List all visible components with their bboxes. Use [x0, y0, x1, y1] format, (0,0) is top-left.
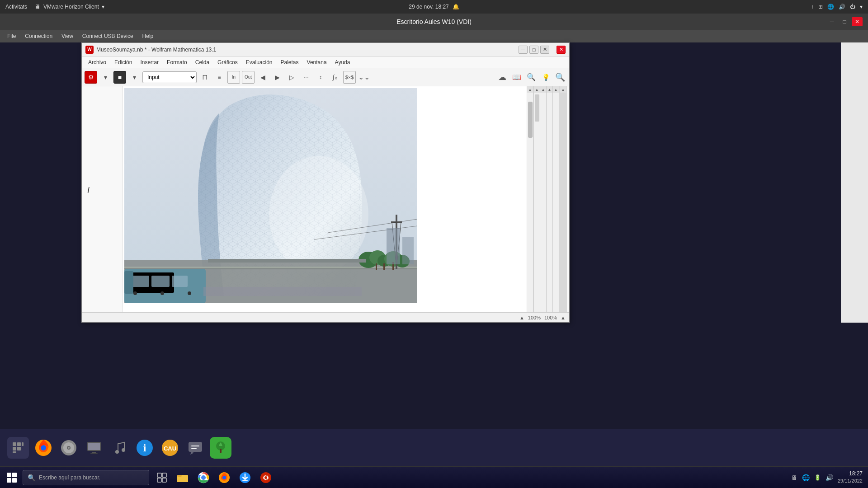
scroll-up-arrow-4[interactable]: ▲: [547, 86, 553, 93]
firefox-dock-icon: [34, 439, 52, 457]
next-cell-icon[interactable]: ▶: [271, 71, 283, 84]
settings-toolbar-btn[interactable]: ⚙: [85, 71, 97, 84]
tray-monitor-icon[interactable]: 🖥: [791, 474, 797, 481]
scroll-up-arrow[interactable]: ▲: [527, 86, 533, 93]
math-minimize-btn[interactable]: ─: [519, 46, 528, 54]
svg-rect-47: [162, 478, 166, 482]
math-menu-insertar[interactable]: Insertar: [137, 58, 162, 66]
settings-dropdown-btn[interactable]: ▾: [99, 71, 112, 84]
math-menu-ayuda[interactable]: Ayuda: [331, 58, 354, 66]
math-menu-edicion[interactable]: Edición: [111, 58, 136, 66]
tray-volume-icon[interactable]: 🔊: [826, 474, 833, 481]
start-button[interactable]: [2, 468, 22, 488]
firefox-taskbar-btn[interactable]: [214, 468, 234, 488]
scroll-up-arrow-3[interactable]: ▲: [540, 86, 547, 93]
svg-rect-61: [17, 442, 21, 446]
display-dock-btn[interactable]: [83, 437, 105, 459]
scrollbar-thumb-v[interactable]: [528, 102, 533, 138]
cell-bracket-icon[interactable]: ⊓: [198, 71, 211, 84]
vmware-menu-view[interactable]: View: [58, 32, 77, 40]
chrome-taskbar-btn[interactable]: [193, 468, 213, 488]
info-dock-btn[interactable]: i: [134, 437, 156, 459]
search-icon-taskbar: 🔍: [28, 474, 35, 481]
scroll-up-arrow-6[interactable]: ▲: [560, 86, 566, 93]
vmware-dropdown-icon[interactable]: ▾: [102, 4, 104, 10]
taskbar-search[interactable]: 🔍 Escribe aquí para buscar.: [23, 470, 149, 485]
math-menu-archivo[interactable]: Archivo: [85, 58, 110, 66]
file-explorer-taskbar-btn[interactable]: [173, 468, 193, 488]
cloud-upload-icon[interactable]: ☁: [496, 71, 509, 84]
svg-rect-39: [203, 287, 362, 296]
math-menu-celda[interactable]: Celda: [192, 58, 213, 66]
input-style-select[interactable]: Input Output Text Title Section: [142, 71, 197, 83]
wolfram-logo-icon: W: [85, 46, 94, 54]
notebook-scrollbar-v[interactable]: ▲ ▼: [527, 86, 533, 322]
dollar-s-icon[interactable]: $×$: [343, 71, 356, 84]
math-menu-bar: Archivo Edición Insertar Formato Celda G…: [82, 56, 569, 68]
vmware-menu-file[interactable]: File: [4, 32, 19, 40]
notification-bell-icon[interactable]: 🔔: [453, 4, 459, 10]
green-app-dock-btn[interactable]: [210, 437, 231, 459]
vmware-menu-help[interactable]: Help: [139, 32, 157, 40]
activities-label[interactable]: Activitats: [5, 4, 27, 10]
vmware-menu-usb[interactable]: Connect USB Device: [79, 32, 137, 40]
taskview-btn[interactable]: [152, 468, 172, 488]
taskbar-clock[interactable]: 18:27 29/11/2022: [838, 470, 863, 484]
vmware-close-btn[interactable]: ✕: [852, 17, 863, 26]
network-expand-icon[interactable]: ⊞: [818, 4, 823, 10]
gear-app-taskbar-btn[interactable]: [256, 468, 276, 488]
math-menu-formato[interactable]: Formato: [163, 58, 191, 66]
windows-logo-icon: [6, 472, 17, 483]
book-icon[interactable]: 📖: [510, 71, 523, 84]
zoom-down-btn[interactable]: ▲: [519, 315, 524, 320]
cau-dock-btn[interactable]: CAU: [159, 437, 181, 459]
search-icon[interactable]: 🔍: [525, 71, 538, 84]
music-dock-btn[interactable]: [108, 437, 130, 459]
math-menu-ventana[interactable]: Ventana: [303, 58, 330, 66]
expand-more-icon[interactable]: ⌄⌄: [358, 71, 370, 84]
output-cell-icon[interactable]: Out: [242, 71, 255, 84]
scroll-up-arrow-5[interactable]: ▲: [553, 86, 559, 93]
input-cell-icon[interactable]: In: [227, 71, 240, 84]
cell-style-dropdown-btn[interactable]: ▾: [128, 71, 141, 84]
search-large-icon[interactable]: 🔍: [554, 71, 566, 84]
download-manager-taskbar-btn[interactable]: [235, 468, 255, 488]
grid-apps-icon[interactable]: [7, 437, 29, 459]
integral-icon[interactable]: ∫ₓ: [329, 71, 341, 84]
cell-style-btn[interactable]: ■: [113, 71, 126, 84]
horizontal-rule-icon[interactable]: ≡: [213, 71, 226, 84]
math-notebook-area[interactable]: ▲ ▼: [123, 86, 533, 322]
chat-dock-btn[interactable]: [184, 437, 206, 459]
settings-expand-icon[interactable]: ▾: [860, 4, 863, 10]
prev-cell-icon[interactable]: ◀: [256, 71, 269, 84]
svg-rect-31: [172, 276, 188, 287]
math-maximize-btn[interactable]: □: [529, 46, 538, 54]
disk-drive-icon: [60, 439, 77, 456]
expand-icon[interactable]: ↕: [314, 71, 327, 84]
vmware-maximize-btn[interactable]: □: [839, 17, 850, 26]
volume-icon[interactable]: 🔊: [839, 4, 845, 10]
disk-drive-dock-btn[interactable]: [58, 437, 80, 459]
svg-text:CAU: CAU: [164, 445, 176, 452]
suggestions-icon[interactable]: 💡: [539, 71, 552, 84]
scroll-thumb-2[interactable]: [535, 94, 539, 122]
firefox-dock-btn[interactable]: [33, 437, 54, 459]
tray-network-icon[interactable]: 🌐: [802, 474, 810, 481]
math-close-extra-btn[interactable]: ✕: [540, 46, 549, 54]
tray-battery-icon: 🔋: [814, 474, 821, 481]
vmware-menu-connection[interactable]: Connection: [21, 32, 56, 40]
zoom-up-btn[interactable]: ▲: [561, 315, 566, 320]
scroll-up-arrow-2[interactable]: ▲: [534, 86, 540, 93]
math-menu-evaluacion[interactable]: Evaluación: [242, 58, 276, 66]
outer-right-panel: [841, 42, 868, 323]
system-bar: Activitats 🖥 VMware Horizon Client ▾ 29 …: [0, 0, 868, 14]
scrollbar-panel-3: ▲: [546, 86, 552, 322]
vmware-menu-bar: File Connection View Connect USB Device …: [0, 30, 868, 42]
math-close-btn[interactable]: ✕: [557, 46, 566, 54]
dots-icon[interactable]: ···: [300, 71, 312, 84]
evaluate-icon[interactable]: ▷: [285, 71, 298, 84]
power-icon[interactable]: ⏻: [850, 4, 855, 10]
math-menu-paletas[interactable]: Paletas: [277, 58, 302, 66]
vmware-minimize-btn[interactable]: ─: [826, 17, 837, 26]
math-menu-graficos[interactable]: Gráficos: [214, 58, 241, 66]
